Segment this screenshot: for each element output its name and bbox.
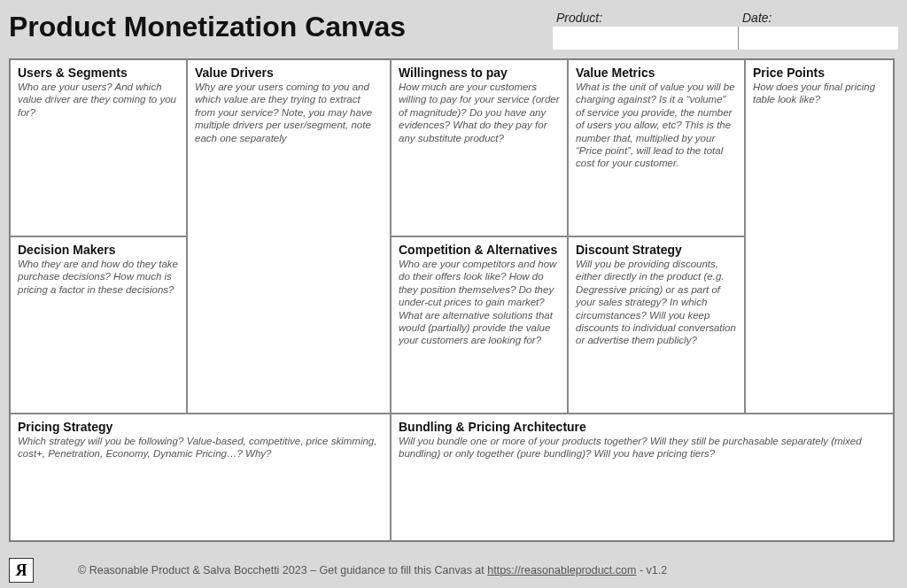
page-title: Product Monetization Canvas: [9, 7, 406, 43]
cell-price-points[interactable]: Price Points How does your final pricing…: [745, 59, 894, 414]
cell-title: Decision Makers: [18, 243, 179, 257]
cell-desc: Who they are and how do they take purcha…: [18, 258, 179, 296]
cell-pricing-strategy[interactable]: Pricing Strategy Which strategy will you…: [10, 414, 391, 541]
cell-desc: How does your final pricing table look l…: [753, 81, 886, 106]
cell-title: Bundling & Pricing Architecture: [399, 420, 886, 434]
cell-title: Value Metrics: [576, 66, 737, 80]
cell-title: Price Points: [753, 66, 886, 80]
canvas-page: Product Monetization Canvas Product: Dat…: [0, 0, 907, 588]
footer: R © Reasonable Product & Salva Bocchetti…: [9, 558, 895, 583]
footer-prefix: © Reasonable Product & Salva Bocchetti 2…: [78, 564, 487, 576]
logo-icon: R: [9, 558, 34, 583]
date-field: Date:: [739, 11, 898, 50]
cell-desc: What is the unit of value you will be ch…: [576, 81, 737, 170]
cell-competition-alternatives[interactable]: Competition & Alternatives Who are your …: [391, 236, 568, 414]
cell-willingness-to-pay[interactable]: Willingness to pay How much are your cus…: [391, 59, 568, 236]
header: Product Monetization Canvas Product: Dat…: [9, 7, 898, 50]
product-input[interactable]: [553, 27, 739, 50]
canvas-grid: Users & Segments Who are your users? And…: [9, 58, 895, 542]
product-field: Product:: [553, 11, 739, 50]
footer-suffix: - v1.2: [636, 564, 667, 576]
cell-value-drivers[interactable]: Value Drivers Why are your users coming …: [187, 59, 391, 414]
cell-title: Competition & Alternatives: [399, 243, 560, 257]
date-input[interactable]: [739, 27, 898, 50]
cell-desc: Why are your users coming to you and whi…: [195, 81, 383, 144]
footer-link[interactable]: https://reasonableproduct.com: [487, 564, 636, 576]
cell-discount-strategy[interactable]: Discount Strategy Will you be providing …: [568, 236, 745, 414]
cell-desc: Who are your competitors and how do thei…: [399, 258, 560, 347]
cell-bundling-architecture[interactable]: Bundling & Pricing Architecture Will you…: [391, 414, 894, 541]
cell-title: Discount Strategy: [576, 243, 737, 257]
cell-title: Value Drivers: [195, 66, 383, 80]
product-label: Product:: [553, 11, 739, 27]
cell-title: Willingness to pay: [399, 66, 560, 80]
cell-title: Pricing Strategy: [18, 420, 383, 434]
cell-value-metrics[interactable]: Value Metrics What is the unit of value …: [568, 59, 745, 236]
footer-text: © Reasonable Product & Salva Bocchetti 2…: [78, 564, 667, 576]
cell-users-segments[interactable]: Users & Segments Who are your users? And…: [10, 59, 187, 236]
date-label: Date:: [739, 11, 898, 27]
cell-desc: How much are your customers willing to p…: [399, 81, 560, 144]
cell-title: Users & Segments: [18, 66, 179, 80]
cell-desc: Will you bundle one or more of your prod…: [399, 435, 886, 460]
cell-desc: Which strategy will you be following? Va…: [18, 435, 383, 460]
cell-desc: Who are your users? And which value driv…: [18, 81, 179, 119]
cell-decision-makers[interactable]: Decision Makers Who they are and how do …: [10, 236, 187, 414]
meta-fields: Product: Date:: [553, 7, 898, 50]
cell-desc: Will you be providing discounts, either …: [576, 258, 737, 347]
